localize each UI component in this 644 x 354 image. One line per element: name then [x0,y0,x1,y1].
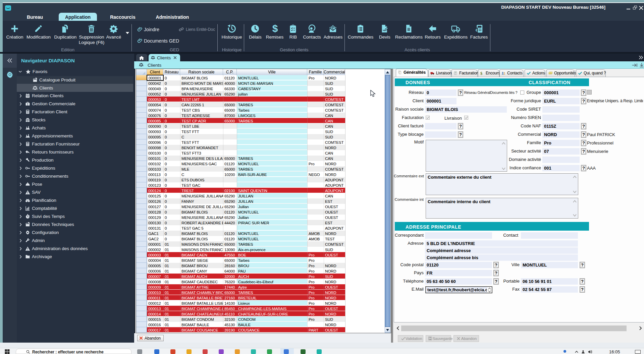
svg-text:€: € [476,28,478,32]
svg-text:$: $ [480,71,482,75]
